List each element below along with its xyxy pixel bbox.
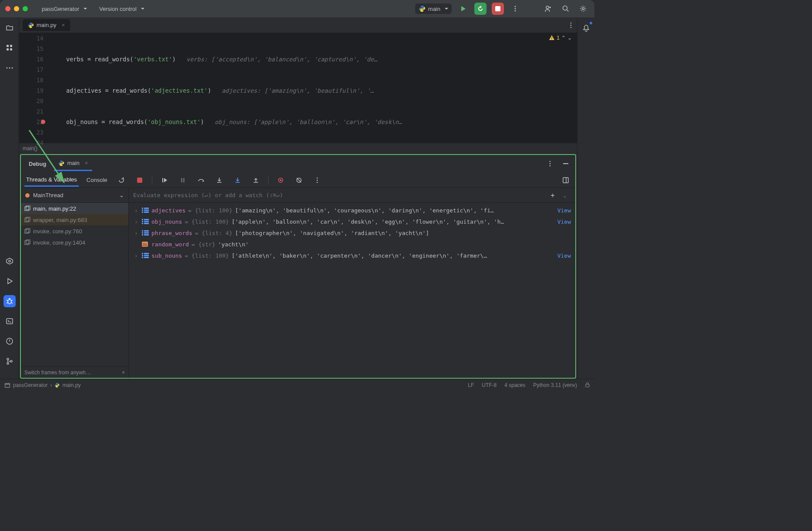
file-tab-main[interactable]: main.py × [23,19,70,31]
tab-console[interactable]: Console [85,174,109,186]
run-button[interactable] [457,3,469,15]
svg-point-2 [515,8,516,10]
search-icon[interactable] [560,3,572,15]
frame-row[interactable]: main, main.py:22 [21,203,128,214]
variable-row[interactable]: 01 random_word = {str} 'yacht\n' [129,239,575,250]
svg-rect-55 [142,219,143,220]
minimize-panel-icon[interactable] [560,158,572,170]
step-into-my-code-icon[interactable] [232,174,244,186]
frame-row[interactable]: wrapper, main.py:683 [21,214,128,225]
pause-icon[interactable] [177,174,189,186]
frames-footer[interactable]: Switch frames from anywh… × [21,366,128,378]
more-tools-icon[interactable] [3,62,16,74]
breakpoint-icon[interactable] [41,120,45,124]
code-with-me-icon[interactable] [542,3,554,15]
gutter[interactable]: 14 15 16 17 18 19 20 21 22 23 24 [19,33,56,143]
variable-row[interactable]: › obj_nouns = {list: 100} ['apple\n', 'b… [129,216,575,227]
more-button[interactable] [509,3,521,15]
svg-point-23 [570,24,572,26]
chevron-down-icon[interactable]: ⌄ [567,35,572,41]
expand-arrow-icon[interactable]: › [133,207,139,214]
code-editor[interactable]: 1 ⌃ ⌄ 14 15 16 17 18 19 20 21 22 23 24 v… [19,33,577,143]
debug-options-icon[interactable] [544,158,556,170]
step-out-icon[interactable] [250,174,262,186]
python-console-icon[interactable] [3,255,16,267]
svg-point-11 [6,67,7,69]
svg-point-19 [7,358,9,360]
debug-session-tab[interactable]: main × [54,156,92,171]
run-tool-icon[interactable] [3,275,16,287]
svg-point-38 [316,179,318,181]
view-link[interactable]: View [557,218,571,225]
expand-arrow-icon[interactable]: › [133,230,139,236]
line-sep-status[interactable]: LF [468,382,474,388]
git-tool-icon[interactable] [3,355,16,367]
svg-rect-70 [142,255,143,256]
view-breakpoints-icon[interactable] [275,174,287,186]
svg-rect-76 [586,384,589,387]
svg-rect-59 [144,221,149,222]
code-breadcrumb[interactable]: main() [19,143,577,153]
project-tool-icon[interactable] [3,22,16,34]
maximize-window-button[interactable] [23,6,28,11]
svg-rect-54 [144,212,149,213]
file-tab-label: main.py [37,22,57,28]
minimize-window-button[interactable] [14,6,19,11]
variable-row[interactable]: › adjectives = {list: 100} ['amazing\n',… [129,205,575,216]
breadcrumb[interactable]: passGenerator › main.py [4,382,81,388]
mute-breakpoints-icon[interactable] [293,174,305,186]
chevron-up-icon[interactable]: ⌃ [561,35,566,41]
lock-icon[interactable] [585,382,590,388]
close-window-button[interactable] [5,6,10,11]
svg-rect-75 [5,383,10,387]
svg-point-26 [550,161,551,162]
settings-icon[interactable] [577,3,589,15]
project-dropdown[interactable]: passGenerator [38,4,91,14]
thread-status-icon [25,193,30,198]
expand-arrow-icon[interactable]: › [133,252,139,259]
frames-list[interactable]: main, main.py:22 wrapper, main.py:683 in… [21,203,128,366]
close-tab-icon[interactable]: × [62,22,65,28]
structure-tool-icon[interactable] [3,42,16,54]
chevron-down-icon[interactable]: ⌄ [119,192,124,198]
frame-row[interactable]: invoke, core.py:1404 [21,237,128,248]
rerun-icon[interactable] [115,174,128,186]
notifications-icon[interactable] [580,22,592,34]
resume-icon[interactable] [158,174,171,186]
inspection-badge[interactable]: 1 ⌃ ⌄ [549,35,572,41]
thread-selector[interactable]: MainThread ⌄ [21,188,128,203]
variable-row[interactable]: › phrase_words = {list: 4} ['photographe… [129,227,575,239]
debug-button[interactable] [474,3,487,15]
variable-row[interactable]: › sub_nouns = {list: 100} ['athlete\n', … [129,250,575,261]
close-hint-icon[interactable]: × [122,370,125,376]
code-body[interactable]: verbs = read_words('verbs.txt') verbs: [… [56,33,577,143]
svg-point-20 [7,363,9,364]
tab-more-icon[interactable] [565,19,577,31]
svg-rect-57 [142,223,143,224]
variables-list[interactable]: › adjectives = {list: 100} ['amazing\n',… [129,203,575,378]
encoding-status[interactable]: UTF-8 [482,382,497,388]
svg-rect-29 [563,163,568,164]
indent-status[interactable]: 4 spaces [504,382,525,388]
tab-threads-variables[interactable]: Threads & Variables [24,174,79,187]
view-link[interactable]: View [557,207,571,214]
add-watch-icon[interactable] [547,189,559,202]
run-config-dropdown[interactable]: main [415,3,452,14]
problems-tool-icon[interactable] [3,335,16,347]
stop-button[interactable] [492,3,504,15]
debug-tool-icon[interactable] [3,295,16,307]
view-link[interactable]: View [557,252,571,259]
close-session-icon[interactable]: × [85,160,88,166]
step-over-icon[interactable] [195,174,207,186]
expand-arrow-icon[interactable]: › [133,218,139,225]
debug-more-icon[interactable] [311,174,323,186]
layout-icon[interactable] [560,174,572,186]
expand-eval-icon[interactable]: ⌄ [559,189,571,202]
stop-debug-icon[interactable] [134,174,146,186]
frame-row[interactable]: invoke, core.py:760 [21,225,128,237]
vcs-dropdown[interactable]: Version control [96,4,148,14]
terminal-tool-icon[interactable] [3,315,16,327]
evaluate-input[interactable]: Evaluate expression (↵) or add a watch (… [129,188,575,203]
step-into-icon[interactable] [213,174,225,186]
interpreter-status[interactable]: Python 3.11 (venv) [533,382,577,388]
